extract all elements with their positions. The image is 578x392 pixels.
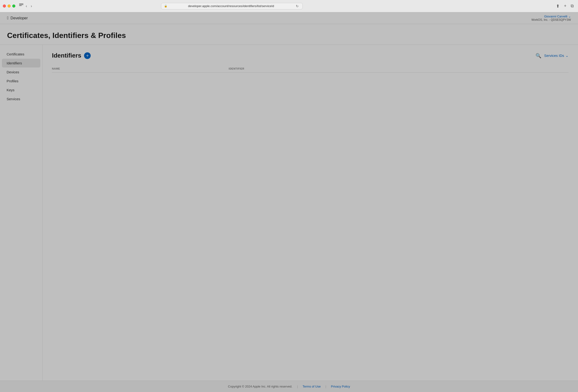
table-header-row: NAME IDENTIFIER <box>52 65 569 73</box>
developer-label: Developer <box>11 16 28 20</box>
footer-divider: | <box>297 385 298 388</box>
identifiers-table: NAME IDENTIFIER <box>52 65 569 73</box>
terms-of-use-link[interactable]: Terms of Use <box>303 385 321 388</box>
column-identifier: IDENTIFIER <box>229 65 569 73</box>
browser-actions: ⬆ + ⧉ <box>555 3 575 9</box>
close-window-button[interactable] <box>3 4 6 7</box>
page-header: Certificates, Identifiers & Profiles <box>0 24 578 45</box>
address-bar[interactable]: 🔒 developer.apple.com/account/resources/… <box>161 3 303 9</box>
panel-header: Identifiers + 🔍 Services IDs ⌄ <box>52 52 569 59</box>
back-button[interactable]: ‹ <box>24 3 28 9</box>
lock-icon: 🔒 <box>164 4 167 7</box>
new-tab-button[interactable]: + <box>562 3 568 9</box>
footer-divider-2: | <box>325 385 326 388</box>
search-icon: 🔍 <box>535 53 541 58</box>
sidebar-item-identifiers[interactable]: Identifiers <box>2 59 40 68</box>
fullscreen-window-button[interactable] <box>12 4 15 7</box>
sidebar-item-profiles[interactable]: Profiles <box>2 77 40 85</box>
panel-title-row: Identifiers + <box>52 52 91 59</box>
apple-logo:  Developer <box>7 16 28 21</box>
top-nav:  Developer Giovanni Carvelli ⌄ WorkOS, … <box>0 12 578 24</box>
page-footer: Copyright © 2024 Apple Inc. All rights r… <box>0 381 578 392</box>
url-text: developer.apple.com/account/resources/id… <box>169 4 293 8</box>
filter-dropdown[interactable]: Services IDs ⌄ <box>544 54 569 58</box>
add-identifier-button[interactable]: + <box>84 52 91 59</box>
user-org: WorkOS, Inc. - QDSESQPY3W <box>531 18 571 21</box>
sidebar-item-devices[interactable]: Devices <box>2 68 40 77</box>
main-panel: Identifiers + 🔍 Services IDs ⌄ NAME <box>43 45 578 381</box>
reload-button[interactable]: ↻ <box>295 4 300 8</box>
sidebar-item-keys[interactable]: Keys <box>2 86 40 94</box>
content-area: Certificates Identifiers Devices Profile… <box>0 45 578 381</box>
search-button[interactable]: 🔍 <box>535 53 541 58</box>
sidebar-item-services[interactable]: Services <box>2 95 40 103</box>
apple-icon:  <box>7 16 9 21</box>
main-wrapper:  Developer Giovanni Carvelli ⌄ WorkOS, … <box>0 12 578 392</box>
share-button[interactable]: ⬆ <box>555 3 561 9</box>
privacy-policy-link[interactable]: Privacy Policy <box>331 385 350 388</box>
page-title: Certificates, Identifiers & Profiles <box>7 31 571 40</box>
user-chevron-icon: ⌄ <box>568 15 571 18</box>
user-info: Giovanni Carvelli ⌄ WorkOS, Inc. - QDSES… <box>531 15 571 21</box>
forward-button[interactable]: › <box>29 3 33 9</box>
sidebar: Certificates Identifiers Devices Profile… <box>0 45 43 381</box>
chevron-down-icon: ⌄ <box>566 54 569 58</box>
traffic-lights <box>3 4 15 7</box>
sidebar-toggle-button[interactable] <box>19 3 23 7</box>
copyright-text: Copyright © 2024 Apple Inc. All rights r… <box>228 385 292 388</box>
sidebar-item-certificates[interactable]: Certificates <box>2 50 40 58</box>
browser-chrome: ‹ › 🔒 developer.apple.com/account/resour… <box>0 0 578 12</box>
browser-navigation: ‹ › <box>19 3 34 9</box>
filter-row: 🔍 Services IDs ⌄ <box>535 53 569 58</box>
column-name: NAME <box>52 65 229 73</box>
minimize-window-button[interactable] <box>7 4 11 7</box>
tabs-button[interactable]: ⧉ <box>569 3 575 9</box>
user-name[interactable]: Giovanni Carvelli ⌄ <box>531 15 571 18</box>
identifiers-title: Identifiers <box>52 52 81 59</box>
filter-label: Services IDs <box>544 54 564 58</box>
